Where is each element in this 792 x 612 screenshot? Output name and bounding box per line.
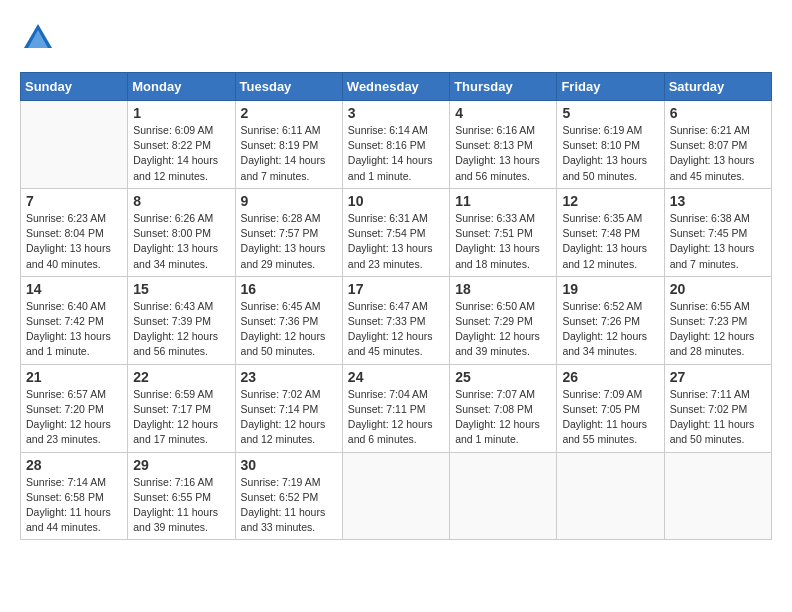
calendar-cell <box>21 101 128 189</box>
calendar-week-3: 14Sunrise: 6:40 AM Sunset: 7:42 PM Dayli… <box>21 276 772 364</box>
calendar-cell <box>342 452 449 540</box>
day-info: Sunrise: 6:59 AM Sunset: 7:17 PM Dayligh… <box>133 387 229 448</box>
day-number: 10 <box>348 193 444 209</box>
day-number: 18 <box>455 281 551 297</box>
calendar-cell: 3Sunrise: 6:14 AM Sunset: 8:16 PM Daylig… <box>342 101 449 189</box>
day-header-thursday: Thursday <box>450 73 557 101</box>
calendar-cell: 4Sunrise: 6:16 AM Sunset: 8:13 PM Daylig… <box>450 101 557 189</box>
day-info: Sunrise: 6:52 AM Sunset: 7:26 PM Dayligh… <box>562 299 658 360</box>
calendar-week-4: 21Sunrise: 6:57 AM Sunset: 7:20 PM Dayli… <box>21 364 772 452</box>
day-number: 5 <box>562 105 658 121</box>
calendar-week-5: 28Sunrise: 7:14 AM Sunset: 6:58 PM Dayli… <box>21 452 772 540</box>
day-info: Sunrise: 6:09 AM Sunset: 8:22 PM Dayligh… <box>133 123 229 184</box>
calendar-cell: 14Sunrise: 6:40 AM Sunset: 7:42 PM Dayli… <box>21 276 128 364</box>
day-info: Sunrise: 7:14 AM Sunset: 6:58 PM Dayligh… <box>26 475 122 536</box>
day-info: Sunrise: 6:11 AM Sunset: 8:19 PM Dayligh… <box>241 123 337 184</box>
calendar-cell: 15Sunrise: 6:43 AM Sunset: 7:39 PM Dayli… <box>128 276 235 364</box>
day-info: Sunrise: 6:57 AM Sunset: 7:20 PM Dayligh… <box>26 387 122 448</box>
day-number: 12 <box>562 193 658 209</box>
calendar-cell: 7Sunrise: 6:23 AM Sunset: 8:04 PM Daylig… <box>21 188 128 276</box>
calendar-cell: 26Sunrise: 7:09 AM Sunset: 7:05 PM Dayli… <box>557 364 664 452</box>
calendar-cell: 16Sunrise: 6:45 AM Sunset: 7:36 PM Dayli… <box>235 276 342 364</box>
day-header-sunday: Sunday <box>21 73 128 101</box>
calendar-cell: 13Sunrise: 6:38 AM Sunset: 7:45 PM Dayli… <box>664 188 771 276</box>
calendar-cell: 10Sunrise: 6:31 AM Sunset: 7:54 PM Dayli… <box>342 188 449 276</box>
day-info: Sunrise: 6:28 AM Sunset: 7:57 PM Dayligh… <box>241 211 337 272</box>
day-number: 29 <box>133 457 229 473</box>
day-info: Sunrise: 6:35 AM Sunset: 7:48 PM Dayligh… <box>562 211 658 272</box>
day-info: Sunrise: 7:11 AM Sunset: 7:02 PM Dayligh… <box>670 387 766 448</box>
day-number: 19 <box>562 281 658 297</box>
calendar-week-2: 7Sunrise: 6:23 AM Sunset: 8:04 PM Daylig… <box>21 188 772 276</box>
day-number: 9 <box>241 193 337 209</box>
day-number: 7 <box>26 193 122 209</box>
day-info: Sunrise: 6:33 AM Sunset: 7:51 PM Dayligh… <box>455 211 551 272</box>
calendar-cell: 23Sunrise: 7:02 AM Sunset: 7:14 PM Dayli… <box>235 364 342 452</box>
day-info: Sunrise: 7:02 AM Sunset: 7:14 PM Dayligh… <box>241 387 337 448</box>
day-info: Sunrise: 7:19 AM Sunset: 6:52 PM Dayligh… <box>241 475 337 536</box>
calendar-cell <box>450 452 557 540</box>
calendar-cell: 1Sunrise: 6:09 AM Sunset: 8:22 PM Daylig… <box>128 101 235 189</box>
day-info: Sunrise: 6:40 AM Sunset: 7:42 PM Dayligh… <box>26 299 122 360</box>
calendar-cell: 12Sunrise: 6:35 AM Sunset: 7:48 PM Dayli… <box>557 188 664 276</box>
day-info: Sunrise: 6:38 AM Sunset: 7:45 PM Dayligh… <box>670 211 766 272</box>
calendar-cell: 25Sunrise: 7:07 AM Sunset: 7:08 PM Dayli… <box>450 364 557 452</box>
day-info: Sunrise: 6:47 AM Sunset: 7:33 PM Dayligh… <box>348 299 444 360</box>
day-info: Sunrise: 7:07 AM Sunset: 7:08 PM Dayligh… <box>455 387 551 448</box>
calendar-cell: 27Sunrise: 7:11 AM Sunset: 7:02 PM Dayli… <box>664 364 771 452</box>
calendar-cell: 5Sunrise: 6:19 AM Sunset: 8:10 PM Daylig… <box>557 101 664 189</box>
day-number: 14 <box>26 281 122 297</box>
day-info: Sunrise: 6:21 AM Sunset: 8:07 PM Dayligh… <box>670 123 766 184</box>
day-number: 24 <box>348 369 444 385</box>
day-info: Sunrise: 6:26 AM Sunset: 8:00 PM Dayligh… <box>133 211 229 272</box>
day-number: 25 <box>455 369 551 385</box>
day-number: 27 <box>670 369 766 385</box>
calendar-cell: 24Sunrise: 7:04 AM Sunset: 7:11 PM Dayli… <box>342 364 449 452</box>
day-number: 21 <box>26 369 122 385</box>
calendar-header-row: SundayMondayTuesdayWednesdayThursdayFrid… <box>21 73 772 101</box>
day-number: 8 <box>133 193 229 209</box>
calendar-cell: 22Sunrise: 6:59 AM Sunset: 7:17 PM Dayli… <box>128 364 235 452</box>
calendar-cell: 20Sunrise: 6:55 AM Sunset: 7:23 PM Dayli… <box>664 276 771 364</box>
calendar-cell: 8Sunrise: 6:26 AM Sunset: 8:00 PM Daylig… <box>128 188 235 276</box>
calendar-cell <box>557 452 664 540</box>
calendar-cell: 17Sunrise: 6:47 AM Sunset: 7:33 PM Dayli… <box>342 276 449 364</box>
day-info: Sunrise: 6:16 AM Sunset: 8:13 PM Dayligh… <box>455 123 551 184</box>
calendar-cell: 30Sunrise: 7:19 AM Sunset: 6:52 PM Dayli… <box>235 452 342 540</box>
day-number: 3 <box>348 105 444 121</box>
calendar-cell: 28Sunrise: 7:14 AM Sunset: 6:58 PM Dayli… <box>21 452 128 540</box>
calendar-cell: 6Sunrise: 6:21 AM Sunset: 8:07 PM Daylig… <box>664 101 771 189</box>
calendar-cell: 18Sunrise: 6:50 AM Sunset: 7:29 PM Dayli… <box>450 276 557 364</box>
day-header-friday: Friday <box>557 73 664 101</box>
day-number: 6 <box>670 105 766 121</box>
day-number: 4 <box>455 105 551 121</box>
day-header-monday: Monday <box>128 73 235 101</box>
day-number: 15 <box>133 281 229 297</box>
calendar-cell: 29Sunrise: 7:16 AM Sunset: 6:55 PM Dayli… <box>128 452 235 540</box>
day-info: Sunrise: 6:55 AM Sunset: 7:23 PM Dayligh… <box>670 299 766 360</box>
day-info: Sunrise: 6:19 AM Sunset: 8:10 PM Dayligh… <box>562 123 658 184</box>
calendar-cell: 19Sunrise: 6:52 AM Sunset: 7:26 PM Dayli… <box>557 276 664 364</box>
day-number: 17 <box>348 281 444 297</box>
day-header-saturday: Saturday <box>664 73 771 101</box>
day-number: 1 <box>133 105 229 121</box>
day-number: 16 <box>241 281 337 297</box>
day-number: 26 <box>562 369 658 385</box>
day-number: 11 <box>455 193 551 209</box>
calendar-table: SundayMondayTuesdayWednesdayThursdayFrid… <box>20 72 772 540</box>
page-header <box>20 20 772 56</box>
day-number: 20 <box>670 281 766 297</box>
day-number: 30 <box>241 457 337 473</box>
day-number: 22 <box>133 369 229 385</box>
logo-icon <box>20 20 56 56</box>
calendar-cell: 9Sunrise: 6:28 AM Sunset: 7:57 PM Daylig… <box>235 188 342 276</box>
day-info: Sunrise: 7:09 AM Sunset: 7:05 PM Dayligh… <box>562 387 658 448</box>
day-number: 13 <box>670 193 766 209</box>
day-info: Sunrise: 7:04 AM Sunset: 7:11 PM Dayligh… <box>348 387 444 448</box>
day-info: Sunrise: 6:43 AM Sunset: 7:39 PM Dayligh… <box>133 299 229 360</box>
calendar-week-1: 1Sunrise: 6:09 AM Sunset: 8:22 PM Daylig… <box>21 101 772 189</box>
logo <box>20 20 62 56</box>
calendar-cell <box>664 452 771 540</box>
day-info: Sunrise: 7:16 AM Sunset: 6:55 PM Dayligh… <box>133 475 229 536</box>
day-header-tuesday: Tuesday <box>235 73 342 101</box>
